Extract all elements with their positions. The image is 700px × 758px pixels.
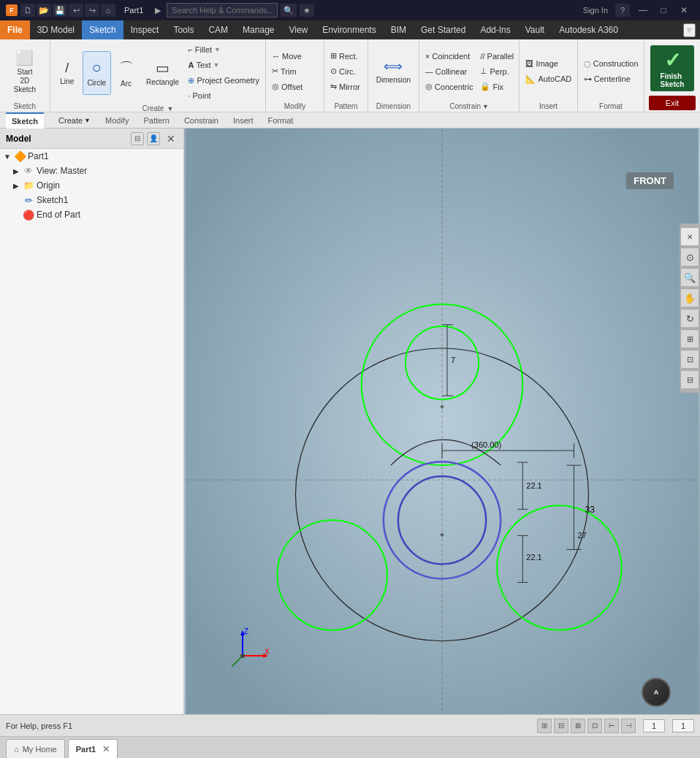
appearance-btn[interactable]: ⊡ [680,350,699,369]
menu-view[interactable]: View [281,20,315,39]
front-label: FRONT [626,172,674,189]
sign-in-label[interactable]: Sign In [583,6,608,15]
finish-exit-group: ✓ FinishSketch Exit [644,39,700,112]
canvas-area[interactable]: 33 (360.00) 7 22.1 22.1 27 [184,129,700,714]
text-btn[interactable]: A Text ▼ [185,58,262,72]
status-icon-4[interactable]: ⊡ [587,719,602,733]
ribbon-tools-constrain: × Coincident — Collinear ◎ Concentric //… [422,42,517,100]
line-btn[interactable]: / Line [53,51,81,95]
rectangle-btn[interactable]: ▭ Rectangle [142,51,184,95]
tree-item-end-of-part[interactable]: 🔴 End of Part [0,207,183,222]
sub-group-create[interactable]: Create ▼ [58,116,91,125]
menu-environments[interactable]: Environments [315,20,383,39]
status-icon-6[interactable]: ⊣ [621,719,636,733]
dimension-btn[interactable]: ⟺ Dimension [371,50,416,93]
model-panel: Model ⊟ 👤 ✕ ▼ 🔶 Part1 ▶ 👁 View: Master [0,129,184,714]
insert-image-icon: 🖼 [525,59,533,68]
insert-autocad-btn[interactable]: 📐 AutoCAD [522,72,574,86]
panel-filter-btn[interactable]: ⊟ [131,132,144,145]
tab-part1-close[interactable]: ✕ [102,744,110,754]
insert-image-btn[interactable]: 🖼 Image [522,56,574,71]
exit-btn[interactable]: Exit [649,96,696,110]
menu-vault[interactable]: Vault [518,20,552,39]
status-icon-1[interactable]: ⊞ [537,719,552,733]
perp-btn[interactable]: ⊥ Perp. [477,64,517,79]
menu-cam[interactable]: CAM [201,20,235,39]
help-btn[interactable]: ? [615,4,630,17]
menu-sketch[interactable]: Sketch [82,20,123,39]
circle-btn[interactable]: ○ Circle [83,51,111,95]
point-btn[interactable]: · Point [185,88,262,103]
panel-close-btn[interactable]: ✕ [164,132,178,145]
ribbon-toggle-btn[interactable]: ▼ [683,23,696,37]
centerline-btn[interactable]: ⊶ Centerline [581,72,642,86]
redo-btn[interactable]: ↪ [85,4,99,17]
search-input[interactable] [167,3,278,18]
text-arrow: ▼ [213,61,220,69]
new-btn[interactable]: 🗋 [20,4,35,17]
finish-sketch-btn[interactable]: ✓ FinishSketch [650,45,694,91]
project-geometry-btn[interactable]: ⊕ Project Geometry [185,73,262,88]
bookmark-btn[interactable]: ★ [300,4,314,17]
tree-item-sketch1[interactable]: ✏ Sketch1 [0,193,183,207]
modify-col: ↔ Move ✂ Trim ◎ Offset [269,49,305,94]
fillet-label: Fillet [195,45,212,54]
settings-btn[interactable]: ⊟ [680,370,699,389]
collinear-btn[interactable]: — Collinear [422,64,476,79]
status-icon-2[interactable]: ⊟ [554,719,568,733]
constrain-col2: // Parallel ⊥ Perp. 🔒 Fix [477,49,517,94]
rectangular-pattern-btn[interactable]: ⊞ Rect. [327,49,363,64]
tab-part1[interactable]: Part1 ✕ [68,739,118,758]
concentric-btn[interactable]: ◎ Concentric [422,80,476,94]
start-2d-sketch-btn[interactable]: ⬜ Start2D Sketch [3,50,47,93]
close-side-btn[interactable]: ✕ [680,227,699,246]
home-btn[interactable]: ⌂ [101,4,115,17]
construction-btn[interactable]: ◌ Construction [581,56,642,71]
move-btn[interactable]: ↔ Move [269,49,305,64]
search-btn[interactable]: 🔍 [281,4,297,17]
tree-item-part1[interactable]: ▼ 🔶 Part1 [0,149,183,164]
fillet-btn[interactable]: ⌐ Fillet ▼ [185,42,262,57]
save-btn[interactable]: 💾 [53,4,67,17]
menu-file[interactable]: File [0,20,30,39]
title-arrow: ▶ [155,6,161,15]
pan-btn[interactable]: ✋ [680,288,699,307]
menu-a360[interactable]: Autodesk A360 [552,20,625,39]
close-btn[interactable]: ✕ [674,0,694,20]
tree-item-view-master[interactable]: ▶ 👁 View: Master [0,164,183,178]
status-icon-5[interactable]: ⊢ [604,719,619,733]
menu-tools[interactable]: Tools [166,20,201,39]
undo-btn[interactable]: ↩ [69,4,83,17]
arc-btn[interactable]: ⌒ Arc [113,51,140,95]
menu-bim[interactable]: BIM [384,20,414,39]
menu-3d-model[interactable]: 3D Model [30,20,82,39]
orbit-btn[interactable]: ↻ [680,309,699,328]
mirror-btn[interactable]: ⇋ Mirror [327,80,363,94]
coincident-btn[interactable]: × Coincident [422,49,476,64]
menu-inspect[interactable]: Inspect [123,20,167,39]
offset-btn[interactable]: ◎ Offset [269,80,305,94]
parallel-btn[interactable]: // Parallel [477,49,517,64]
maximize-btn[interactable]: □ [653,0,674,20]
constrain-arrow[interactable]: ▼ [482,103,489,110]
create-expand-arrow[interactable]: ▼ [167,105,173,112]
fix-btn[interactable]: 🔒 Fix [477,80,517,94]
menu-get-started[interactable]: Get Started [414,20,473,39]
open-btn[interactable]: 📂 [37,4,51,17]
panel-user-btn[interactable]: 👤 [147,132,160,145]
menu-manage[interactable]: Manage [235,20,281,39]
offset-label: Offset [281,83,303,91]
view-btn[interactable]: ⊞ [680,329,699,348]
minimize-btn[interactable]: — [633,0,653,20]
menu-add-ins[interactable]: Add-Ins [473,20,517,39]
sub-tab-sketch[interactable]: Sketch [6,112,44,129]
fix-icon: 🔒 [480,82,490,91]
window-buttons: — □ ✕ [633,0,694,20]
trim-btn[interactable]: ✂ Trim [269,64,305,79]
zoom-in-btn[interactable]: 🔍 [680,268,699,287]
tree-item-origin[interactable]: ▶ 📁 Origin [0,178,183,193]
zoom-fit-btn[interactable]: ⊙ [680,248,699,267]
tab-my-home[interactable]: ⌂ My Home [6,739,65,758]
status-icon-3[interactable]: ⊠ [571,719,585,733]
circular-pattern-btn[interactable]: ⊙ Circ. [327,64,363,79]
